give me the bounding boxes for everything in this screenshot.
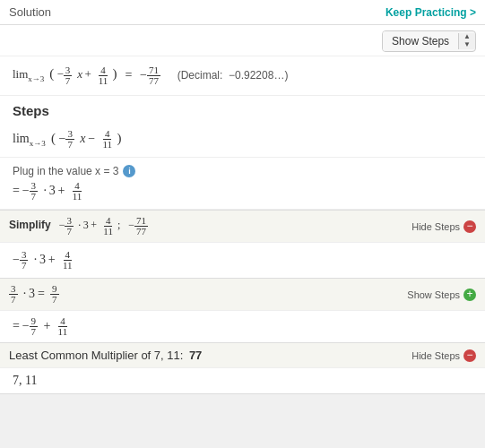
show-steps-button[interactable]: Show Steps ▲ ▼	[382, 30, 476, 52]
lcm-header: Least Common Multiplier of 7, 11: 77 Hid…	[0, 343, 485, 367]
steps-header: Steps	[0, 96, 485, 122]
arrow-down-icon: ▼	[463, 41, 471, 49]
plug-in-text: Plug in the value x = 3	[13, 165, 118, 177]
lcm-section: Least Common Multiplier of 7, 11: 77 Hid…	[0, 342, 485, 393]
show-steps-bar: Show Steps ▲ ▼	[0, 25, 485, 56]
lcm-values: 7, 11	[13, 374, 37, 387]
plus-icon: +	[463, 289, 476, 301]
result-fraction: −7177	[140, 65, 160, 86]
lim-expression-block: limx→3 ( −37 x − 411 )	[0, 122, 485, 158]
lcm-hide-steps-label: Hide Steps	[411, 350, 460, 361]
inner-step-37: 37 · 3 = 97 Show Steps +	[0, 278, 485, 310]
inner-step-expr: 37 · 3 = 97	[9, 284, 59, 305]
info-icon[interactable]: i	[123, 165, 135, 177]
simplify-header: Simplify −37 · 3 + 411 ; −7177 Hide Step…	[0, 211, 485, 242]
inner-step-result: = −97 + 411	[13, 316, 472, 337]
show-steps-label: Show Steps	[383, 31, 458, 51]
lim-expression-repeat: limx→3 ( −37 x − 411 )	[13, 129, 472, 150]
inner-step-content: = −97 + 411	[0, 310, 485, 342]
main-result: limx→3 ( −37 x + 411 ) = −7177 (Decimal:…	[0, 56, 485, 96]
simplify-hide-steps-button[interactable]: Hide Steps −	[411, 220, 476, 233]
minus-icon: −	[463, 220, 476, 233]
lcm-label: Least Common Multiplier of 7, 11: 77	[9, 349, 202, 362]
simplify-title: Simplify −37 · 3 + 411 ; −7177	[9, 216, 148, 237]
lcm-hide-steps-button[interactable]: Hide Steps −	[411, 349, 476, 362]
simplify-content: −37 · 3 + 411	[0, 242, 485, 278]
keep-practicing-link[interactable]: Keep Practicing >	[385, 6, 476, 19]
plug-in-description: Plug in the value x = 3 i	[13, 165, 472, 177]
result-line: limx→3 ( −37 x + 411 ) = −7177 (Decimal:…	[13, 65, 472, 86]
hide-steps-label: Hide Steps	[411, 221, 460, 232]
lcm-content: 7, 11	[0, 367, 485, 393]
decimal-note: (Decimal: −0.92208…)	[171, 69, 288, 82]
plug-in-step: Plug in the value x = 3 i = −37 · 3 + 41…	[0, 158, 485, 210]
plug-in-expression: = −37 · 3 + 411	[13, 181, 472, 202]
limit-notation: limx→3 ( −37 x + 411 )	[13, 65, 117, 86]
inner-show-steps-button[interactable]: Show Steps +	[407, 289, 476, 301]
steps-label: Steps	[13, 103, 49, 118]
lcm-minus-icon: −	[463, 349, 476, 362]
simplify-expr: −37 · 3 + 411	[13, 250, 472, 271]
equals-sign: =	[123, 68, 135, 82]
solution-label: Solution	[9, 5, 51, 19]
simplify-section: Simplify −37 · 3 + 411 ; −7177 Hide Step…	[0, 210, 485, 394]
inner-show-steps-label: Show Steps	[407, 289, 460, 300]
show-steps-arrows[interactable]: ▲ ▼	[458, 33, 475, 49]
top-bar: Solution Keep Practicing >	[0, 0, 485, 25]
